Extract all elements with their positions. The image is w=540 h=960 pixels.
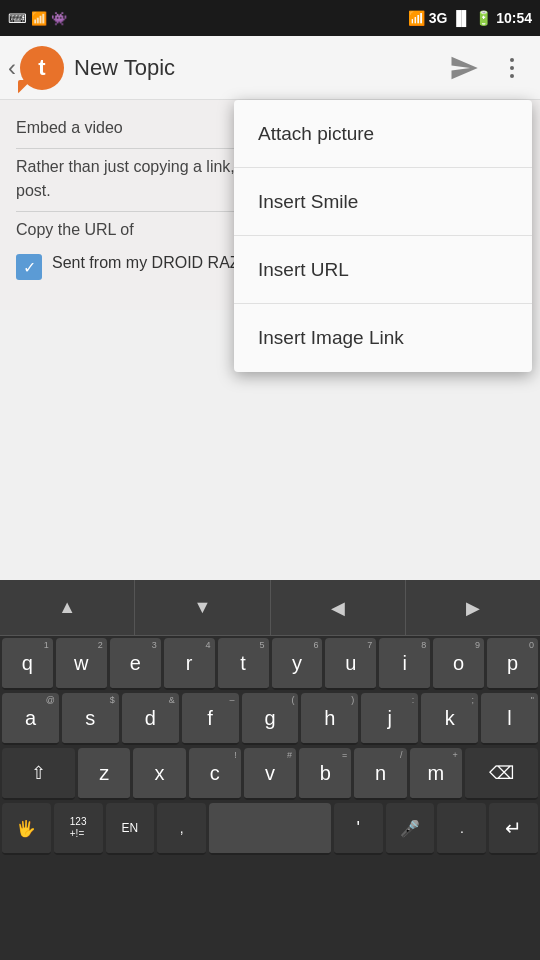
app-bar: ‹ t New Topic <box>0 36 540 100</box>
menu-item-insert-url[interactable]: Insert URL <box>234 236 532 304</box>
battery-icon: 🔋 <box>475 10 492 26</box>
app-icon: 👾 <box>51 11 67 26</box>
three-dots-icon <box>510 58 514 78</box>
wifi-icon: 📶 <box>408 10 425 26</box>
key-n[interactable]: /n <box>354 748 406 800</box>
nav-left-button[interactable]: ◀ <box>271 580 406 635</box>
menu-item-attach-picture[interactable]: Attach picture <box>234 100 532 168</box>
lang-key[interactable]: EN <box>106 803 155 855</box>
status-bar: ⌨ 📶 👾 📶 3G ▐▌ 🔋 10:54 <box>0 0 540 36</box>
symbols-key[interactable]: 123+!= <box>54 803 103 855</box>
keyboard-icon: ⌨ <box>8 11 27 26</box>
key-h[interactable]: )h <box>301 693 358 745</box>
keyboard: ▲ ▼ ◀ ▶ 1q 2w 3e 4r 5t 6y 7u 8i 9o 0p @a… <box>0 580 540 960</box>
signature-checkbox[interactable]: ✓ <box>16 254 42 280</box>
more-options-button[interactable] <box>492 48 532 88</box>
key-r[interactable]: 4r <box>164 638 215 690</box>
key-e[interactable]: 3e <box>110 638 161 690</box>
key-row-3: ⇧ z x !c #v =b /n +m ⌫ <box>2 748 538 800</box>
key-s[interactable]: $s <box>62 693 119 745</box>
key-row-1: 1q 2w 3e 4r 5t 6y 7u 8i 9o 0p <box>2 638 538 690</box>
menu-item-insert-smile[interactable]: Insert Smile <box>234 168 532 236</box>
key-q[interactable]: 1q <box>2 638 53 690</box>
period-key[interactable]: . <box>437 803 486 855</box>
key-j[interactable]: :j <box>361 693 418 745</box>
nav-right-button[interactable]: ▶ <box>406 580 540 635</box>
key-z[interactable]: z <box>78 748 130 800</box>
key-a[interactable]: @a <box>2 693 59 745</box>
send-button[interactable] <box>444 48 484 88</box>
key-m[interactable]: +m <box>410 748 462 800</box>
comma-key[interactable]: , <box>157 803 206 855</box>
space-key[interactable] <box>209 803 331 855</box>
dropdown-menu: Attach picture Insert Smile Insert URL I… <box>234 100 532 372</box>
page-title: New Topic <box>74 55 444 81</box>
key-v[interactable]: #v <box>244 748 296 800</box>
key-u[interactable]: 7u <box>325 638 376 690</box>
signal-icon: ▐▌ <box>451 10 471 26</box>
key-f[interactable]: –f <box>182 693 239 745</box>
delete-key[interactable]: ⌫ <box>465 748 538 800</box>
sim-icon: 📶 <box>31 11 47 26</box>
key-p[interactable]: 0p <box>487 638 538 690</box>
key-rows: 1q 2w 3e 4r 5t 6y 7u 8i 9o 0p @a $s &d –… <box>0 636 540 860</box>
status-left: ⌨ 📶 👾 <box>8 11 67 26</box>
key-row-2: @a $s &d –f (g )h :j ;k "l <box>2 693 538 745</box>
app-logo: t <box>20 46 64 90</box>
key-d[interactable]: &d <box>122 693 179 745</box>
key-t[interactable]: 5t <box>218 638 269 690</box>
time-display: 10:54 <box>496 10 532 26</box>
nav-down-button[interactable]: ▼ <box>135 580 270 635</box>
key-g[interactable]: (g <box>242 693 299 745</box>
apostrophe-key[interactable]: ' <box>334 803 383 855</box>
enter-key[interactable]: ↵ <box>489 803 538 855</box>
emoji-key[interactable]: 🖐 <box>2 803 51 855</box>
key-b[interactable]: =b <box>299 748 351 800</box>
key-w[interactable]: 2w <box>56 638 107 690</box>
key-y[interactable]: 6y <box>272 638 323 690</box>
app-bar-actions <box>444 48 532 88</box>
keyboard-nav-row: ▲ ▼ ◀ ▶ <box>0 580 540 636</box>
nav-up-button[interactable]: ▲ <box>0 580 135 635</box>
shift-key[interactable]: ⇧ <box>2 748 75 800</box>
key-k[interactable]: ;k <box>421 693 478 745</box>
key-x[interactable]: x <box>133 748 185 800</box>
status-right: 📶 3G ▐▌ 🔋 10:54 <box>408 10 532 26</box>
network-label: 3G <box>429 10 448 26</box>
back-button[interactable]: ‹ <box>8 54 16 82</box>
key-c[interactable]: !c <box>189 748 241 800</box>
key-o[interactable]: 9o <box>433 638 484 690</box>
mic-key[interactable]: 🎤 <box>386 803 435 855</box>
key-row-4: 🖐 123+!= EN , ' 🎤 . ↵ <box>2 803 538 855</box>
key-l[interactable]: "l <box>481 693 538 745</box>
key-i[interactable]: 8i <box>379 638 430 690</box>
menu-item-insert-image-link[interactable]: Insert Image Link <box>234 304 532 372</box>
